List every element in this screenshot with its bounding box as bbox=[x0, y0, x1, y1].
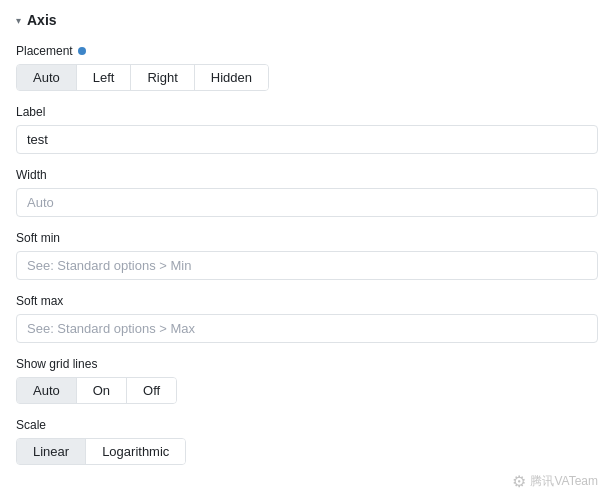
grid-on-button[interactable]: On bbox=[77, 378, 127, 403]
show-grid-lines-label: Show grid lines bbox=[16, 357, 598, 371]
section-title: Axis bbox=[27, 12, 57, 28]
placement-button-group: Auto Left Right Hidden bbox=[16, 64, 269, 91]
placement-right-button[interactable]: Right bbox=[131, 65, 194, 90]
width-group: Width bbox=[16, 168, 598, 217]
show-grid-lines-group: Show grid lines Auto On Off bbox=[16, 357, 598, 404]
section-header[interactable]: ▾ Axis bbox=[16, 12, 598, 28]
watermark: ⚙ 腾讯VATeam bbox=[512, 472, 598, 491]
placement-hidden-button[interactable]: Hidden bbox=[195, 65, 268, 90]
grid-auto-button[interactable]: Auto bbox=[17, 378, 77, 403]
label-field-label: Label bbox=[16, 105, 598, 119]
placement-group: Placement Auto Left Right Hidden bbox=[16, 44, 598, 91]
chevron-icon: ▾ bbox=[16, 15, 21, 26]
placement-left-button[interactable]: Left bbox=[77, 65, 132, 90]
label-input[interactable] bbox=[16, 125, 598, 154]
scale-button-group: Linear Logarithmic bbox=[16, 438, 186, 465]
scale-linear-button[interactable]: Linear bbox=[17, 439, 86, 464]
placement-auto-button[interactable]: Auto bbox=[17, 65, 77, 90]
soft-min-label: Soft min bbox=[16, 231, 598, 245]
width-input[interactable] bbox=[16, 188, 598, 217]
grid-lines-button-group: Auto On Off bbox=[16, 377, 177, 404]
placement-label: Placement bbox=[16, 44, 598, 58]
width-field-label: Width bbox=[16, 168, 598, 182]
scale-logarithmic-button[interactable]: Logarithmic bbox=[86, 439, 185, 464]
grid-off-button[interactable]: Off bbox=[127, 378, 176, 403]
watermark-text: 腾讯VATeam bbox=[530, 473, 598, 490]
soft-max-input[interactable] bbox=[16, 314, 598, 343]
soft-min-group: Soft min bbox=[16, 231, 598, 280]
soft-max-group: Soft max bbox=[16, 294, 598, 343]
watermark-icon: ⚙ bbox=[512, 472, 526, 491]
scale-group: Scale Linear Logarithmic bbox=[16, 418, 598, 465]
placement-indicator-dot bbox=[78, 47, 86, 55]
label-group: Label bbox=[16, 105, 598, 154]
soft-min-input[interactable] bbox=[16, 251, 598, 280]
axis-panel: ▾ Axis Placement Auto Left Right Hidden … bbox=[0, 0, 614, 503]
scale-label: Scale bbox=[16, 418, 598, 432]
soft-max-label: Soft max bbox=[16, 294, 598, 308]
